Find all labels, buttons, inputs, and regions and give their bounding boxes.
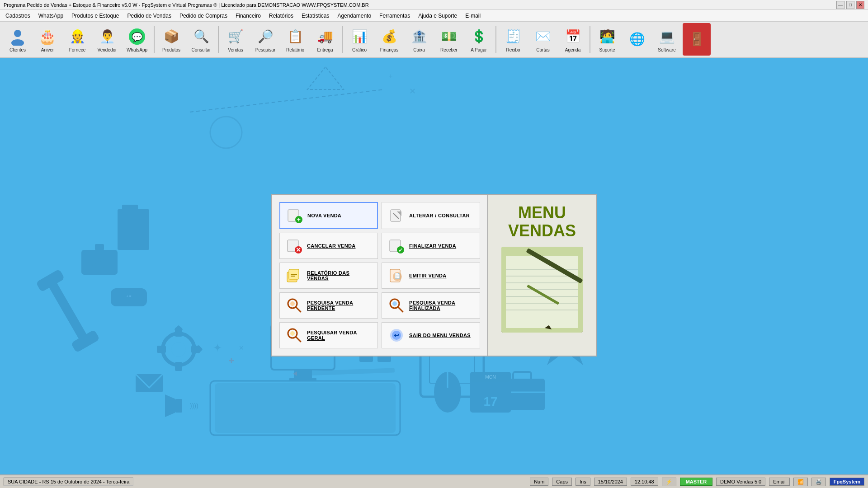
toolbar-entrega[interactable]: 🚚 Entrega	[311, 23, 339, 56]
toolbar-financas[interactable]: 💰 Finanças	[375, 23, 403, 56]
toolbar-caixa[interactable]: 🏦 Caixa	[405, 23, 433, 56]
toolbar-receber[interactable]: 💵 Receber	[435, 23, 463, 56]
agenda-icon: 📅	[563, 27, 583, 47]
toolbar-agenda[interactable]: 📅 Agenda	[559, 23, 587, 56]
svg-text:📄: 📄	[394, 272, 401, 279]
produtos-icon: 📦	[161, 27, 181, 47]
toolbar-exit[interactable]: 🚪	[683, 23, 711, 56]
pesquisar-icon: 🔎	[255, 27, 275, 47]
pesquisar-geral-button[interactable]: PESQUISAR VENDA GERAL	[279, 322, 378, 348]
toolbar-cartas[interactable]: ✉️ Cartas	[529, 23, 557, 56]
menu-estatisticas[interactable]: Estatísticas	[298, 12, 333, 20]
status-icon2: 📶	[793, 478, 808, 486]
toolbar-whatsapp[interactable]: 💬 WhatsApp	[123, 23, 151, 56]
emitir-venda-button[interactable]: 📄 EMITIR VENDA	[382, 263, 480, 289]
svg-rect-61	[215, 383, 396, 433]
svg-rect-52	[175, 328, 182, 337]
svg-point-31	[434, 372, 461, 413]
svg-rect-53	[175, 362, 182, 371]
pesquisar-label: Pesquisar	[255, 47, 275, 52]
status-city: SUA CIDADE - RS 15 de Outubro de 2024 - …	[4, 478, 133, 486]
svg-marker-46	[307, 67, 344, 89]
svg-marker-64	[293, 371, 297, 376]
finalizar-venda-icon: ✓	[388, 238, 405, 254]
toolbar-apagar[interactable]: 💲 A Pagar	[465, 23, 493, 56]
menu-cadastros[interactable]: Cadastros	[2, 12, 34, 20]
apagar-label: A Pagar	[471, 47, 487, 52]
menu-financeiro[interactable]: Financeiro	[232, 12, 264, 20]
menu-email[interactable]: E-mail	[462, 12, 484, 20]
cancelar-venda-button[interactable]: ✕ CANCELAR VENDA	[279, 233, 378, 259]
menu-vendas-title: MENU VENDAS	[508, 204, 576, 239]
menu-agendamento[interactable]: Agendamento	[334, 12, 375, 20]
exit-icon: 🚪	[687, 29, 707, 49]
toolbar-consultar[interactable]: 🔍 Consultar	[187, 23, 215, 56]
minimize-button[interactable]: —	[836, 1, 844, 9]
toolbar-aniver[interactable]: 🎂 Aniver	[33, 23, 61, 56]
toolbar-software[interactable]: 💻 Software	[653, 23, 681, 56]
status-ins: Ins	[576, 478, 590, 486]
menu-ajuda[interactable]: Ajuda e Suporte	[415, 12, 461, 20]
maximize-button[interactable]: □	[846, 1, 854, 9]
status-demo: DEMO Vendas 5.0	[716, 478, 765, 486]
toolbar-grafico[interactable]: 📊 Gráfico	[345, 23, 373, 56]
pesquisa-pendente-button[interactable]: PESQUISA VENDA PENDENTE	[279, 292, 378, 319]
menu-pedido-vendas[interactable]: Pedido de Vendas	[123, 12, 175, 20]
svg-text:MON: MON	[485, 375, 495, 380]
svg-marker-19	[165, 394, 175, 417]
svg-text:✕: ✕	[409, 87, 416, 96]
toolbar-relatorio[interactable]: 📋 Relatório	[281, 23, 309, 56]
svg-line-92	[296, 337, 301, 342]
cancelar-venda-icon: ✕	[286, 238, 302, 254]
pesquisa-finalizada-button[interactable]: PESQUISA VENDA FINALIZADA	[382, 292, 480, 319]
statusbar: SUA CIDADE - RS 15 de Outubro de 2024 - …	[0, 474, 868, 488]
svg-text:↩: ↩	[394, 332, 399, 339]
receber-icon: 💵	[439, 27, 459, 47]
toolbar-produtos[interactable]: 📦 Produtos	[157, 23, 185, 56]
sair-menu-button[interactable]: ↩ SAIR DO MENU VENDAS	[382, 322, 480, 348]
toolbar-pesquisar[interactable]: 🔎 Pesquisar	[251, 23, 279, 56]
svg-text:✚: ✚	[229, 357, 234, 364]
pesquisa-pendente-icon	[286, 297, 302, 314]
fornece-icon: 👷	[67, 27, 87, 47]
toolbar-fornece[interactable]: 👷 Fornece	[63, 23, 91, 56]
software-label: Software	[658, 47, 675, 52]
financas-label: Finanças	[380, 47, 399, 52]
nova-venda-button[interactable]: + NOVA VENDA	[279, 202, 378, 229]
toolbar: Clientes 🎂 Aniver 👷 Fornece 👨‍💼 Vendedor…	[0, 22, 868, 58]
toolbar-vendedor[interactable]: 👨‍💼 Vendedor	[93, 23, 121, 56]
svg-text:✓: ✓	[398, 247, 403, 253]
recibo-label: Recibo	[506, 47, 520, 52]
alterar-consultar-button[interactable]: ALTERAR / CONSULTAR	[382, 202, 480, 229]
svg-point-51	[171, 342, 186, 357]
menu-pedido-compras[interactable]: Pedido de Compras	[176, 12, 231, 20]
svg-rect-13	[119, 290, 123, 294]
menubar: Cadastros WhatsApp Produtos e Estoque Pe…	[0, 10, 868, 22]
toolbar-globe[interactable]: 🌐	[623, 23, 651, 56]
toolbar-clientes[interactable]: Clientes	[4, 23, 32, 56]
relatorio-vendas-button[interactable]: RELATÓRIO DAS VENDAS	[279, 263, 378, 289]
menu-ferramentas[interactable]: Ferramentas	[376, 12, 414, 20]
finalizar-venda-button[interactable]: ✓ FINALIZAR VENDA	[382, 233, 480, 259]
svg-line-45	[190, 89, 384, 112]
dialog-container: + NOVA VENDA ALTERAR / CONSULTAR	[271, 194, 597, 357]
titlebar-controls: — □ ✕	[836, 1, 864, 9]
menu-whatsapp[interactable]: WhatsApp	[35, 12, 67, 20]
toolbar-recibo[interactable]: 🧾 Recibo	[499, 23, 527, 56]
aniver-label: Aniver	[41, 47, 54, 52]
svg-rect-80	[291, 274, 297, 275]
menu-relatorios[interactable]: Relatórios	[265, 12, 297, 20]
vendas-label: Vendas	[228, 47, 243, 52]
titlebar: Programa Pedido de Vendas + Estoque & Fi…	[0, 0, 868, 10]
clientes-label: Clientes	[9, 47, 26, 52]
menu-produtos-estoque[interactable]: Produtos e Estoque	[68, 12, 123, 20]
toolbar-vendas[interactable]: 🛒 Vendas	[222, 23, 250, 56]
status-app: FpqSystem	[830, 478, 864, 486]
close-button[interactable]: ✕	[856, 1, 864, 9]
svg-text:17: 17	[483, 394, 497, 408]
svg-rect-7	[81, 250, 118, 275]
pesquisa-finalizada-icon	[388, 297, 405, 314]
toolbar-suporte[interactable]: 🧑‍💻 Suporte	[593, 23, 621, 56]
suporte-icon: 🧑‍💻	[597, 27, 617, 47]
pesquisar-geral-label: PESQUISAR VENDA GERAL	[307, 330, 371, 341]
